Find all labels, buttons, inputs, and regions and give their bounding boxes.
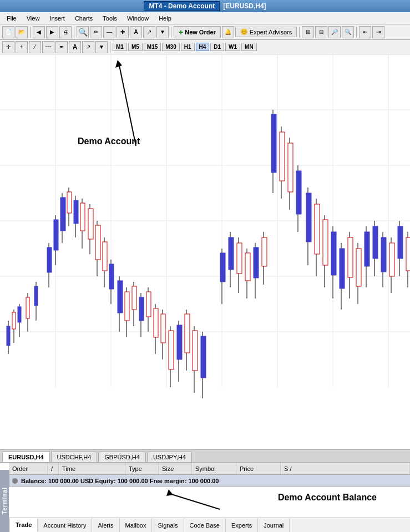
tb-pen-btn[interactable]: ✒: [55, 41, 68, 53]
svg-rect-21: [34, 286, 38, 306]
tb-zoom-in-btn[interactable]: 🔍: [77, 26, 89, 38]
terminal-tabs: Trade Account History Alerts Mailbox Sig…: [9, 518, 410, 532]
svg-rect-57: [169, 331, 174, 369]
term-tab-account-history[interactable]: Account History: [38, 518, 92, 532]
th-price[interactable]: Price: [236, 463, 281, 474]
new-order-btn[interactable]: + New Order: [174, 26, 221, 38]
svg-rect-87: [306, 193, 311, 242]
svg-rect-105: [381, 237, 386, 272]
balance-indicator-dot: [12, 478, 18, 484]
tf-h1[interactable]: H1: [181, 43, 195, 51]
tb-scroll2-btn[interactable]: ⇥: [372, 26, 384, 38]
term-tab-experts[interactable]: Experts: [226, 518, 258, 532]
svg-rect-95: [340, 249, 345, 288]
svg-rect-111: [406, 237, 410, 271]
th-size[interactable]: Size: [159, 463, 192, 474]
chart-tab-usdchf[interactable]: USDCHF,H4: [51, 452, 98, 462]
svg-rect-83: [288, 143, 293, 192]
svg-rect-69: [229, 237, 234, 270]
term-tab-trade[interactable]: Trade: [10, 518, 38, 532]
tb-cross-btn[interactable]: ✚: [117, 26, 129, 38]
th-slash[interactable]: /: [48, 463, 59, 474]
th-sl[interactable]: S /: [281, 463, 410, 474]
demo-account-annotation: Demo Account: [78, 136, 140, 146]
tb-text2-btn[interactable]: A: [69, 41, 81, 53]
tb-alert-btn[interactable]: 🔔: [222, 26, 234, 38]
chart-area[interactable]: Demo Account: [0, 54, 410, 449]
tb-magnify2-btn[interactable]: 🔍: [342, 26, 354, 38]
tb-arrow2-btn[interactable]: ↗: [82, 41, 94, 53]
menu-charts[interactable]: Charts: [70, 14, 97, 23]
tb-down-btn[interactable]: ▼: [156, 26, 169, 38]
tf-m5[interactable]: M5: [128, 43, 143, 51]
chart-tab-gbpusd[interactable]: GBPUSD,H4: [98, 452, 146, 462]
menu-window[interactable]: Window: [123, 14, 153, 23]
svg-rect-71: [237, 243, 242, 273]
tb-pencil-btn[interactable]: ✏: [90, 26, 102, 38]
th-time[interactable]: Time: [59, 463, 125, 474]
svg-rect-49: [139, 297, 144, 321]
tf-d1[interactable]: D1: [210, 43, 224, 51]
th-symbol[interactable]: Symbol: [192, 463, 236, 474]
balance-row: Balance: 100 000.00 USD Equity: 100 000.…: [9, 475, 410, 487]
tb-sep6: [110, 42, 110, 53]
svg-rect-45: [125, 292, 129, 321]
chart-tab-eurusd[interactable]: EURUSD,H4: [2, 452, 50, 462]
tf-m1[interactable]: M1: [113, 43, 127, 51]
th-order[interactable]: Order: [9, 463, 48, 474]
tb-line2-btn[interactable]: ⁄: [29, 41, 41, 53]
svg-rect-61: [185, 314, 190, 353]
tb-scroll-btn[interactable]: ⇤: [359, 26, 371, 38]
term-tab-journal[interactable]: Journal: [258, 518, 290, 532]
menu-view[interactable]: View: [22, 14, 44, 23]
term-tab-signals[interactable]: Signals: [152, 518, 184, 532]
tb-open-btn[interactable]: 📂: [16, 26, 28, 38]
tf-mn[interactable]: MN: [241, 43, 257, 51]
window-title: MT4 - Demo Account: [144, 1, 220, 11]
svg-rect-101: [365, 232, 369, 266]
tb-cross2-btn[interactable]: +: [16, 41, 28, 53]
tb-new-chart-btn[interactable]: 📄: [2, 26, 14, 38]
main-container: MT4 - Demo Account [EURUSD,H4] File View…: [0, 0, 410, 532]
tf-w1[interactable]: W1: [225, 43, 240, 51]
menu-insert[interactable]: Insert: [45, 14, 69, 23]
svg-rect-75: [254, 247, 259, 278]
chart-tab-usdjpy[interactable]: USDJPY,H4: [147, 452, 192, 462]
svg-rect-43: [118, 281, 123, 313]
tf-h4[interactable]: H4: [196, 43, 210, 51]
tb-print-btn[interactable]: 🖨: [59, 26, 72, 38]
tb-line-btn[interactable]: —: [103, 26, 115, 38]
term-tab-mailbox[interactable]: Mailbox: [120, 518, 153, 532]
new-order-label: New Order: [185, 29, 216, 36]
svg-rect-17: [18, 307, 21, 322]
tb-drop-btn[interactable]: ▼: [95, 41, 108, 53]
tb-magnify-btn[interactable]: 🔎: [328, 26, 341, 38]
tb-back-btn[interactable]: ◀: [33, 26, 45, 38]
expert-advisors-btn[interactable]: 😊 Expert Advisors: [235, 27, 297, 37]
term-tab-codebase[interactable]: Code Base: [184, 518, 226, 532]
tb-arrow-btn[interactable]: ↗: [143, 26, 155, 38]
title-bar: MT4 - Demo Account [EURUSD,H4]: [0, 0, 410, 12]
tb-wave-btn[interactable]: 〰: [42, 41, 54, 53]
menu-bar: File View Insert Charts Tools Window Hel…: [0, 12, 410, 24]
svg-rect-31: [74, 200, 78, 224]
tb-zoom-chart-btn[interactable]: ⊞: [302, 26, 314, 38]
th-type[interactable]: Type: [125, 463, 159, 474]
svg-rect-99: [356, 249, 361, 286]
tb-zoom2-btn[interactable]: ⊟: [315, 26, 327, 38]
term-tab-alerts[interactable]: Alerts: [92, 518, 119, 532]
tb-fwd-btn[interactable]: ▶: [46, 26, 58, 38]
menu-help[interactable]: Help: [154, 14, 176, 23]
tf-m15[interactable]: M15: [144, 43, 161, 51]
tb-cursor-btn[interactable]: ✛: [2, 41, 14, 53]
svg-rect-19: [26, 297, 29, 318]
svg-rect-23: [47, 247, 52, 272]
chart-svg: [0, 54, 410, 449]
svg-rect-53: [154, 308, 158, 337]
tb-sep1: [30, 27, 31, 38]
tf-m30[interactable]: M30: [162, 43, 179, 51]
svg-rect-39: [103, 242, 107, 271]
menu-file[interactable]: File: [2, 14, 21, 23]
menu-tools[interactable]: Tools: [98, 14, 122, 23]
tb-text-btn[interactable]: A: [130, 26, 142, 38]
